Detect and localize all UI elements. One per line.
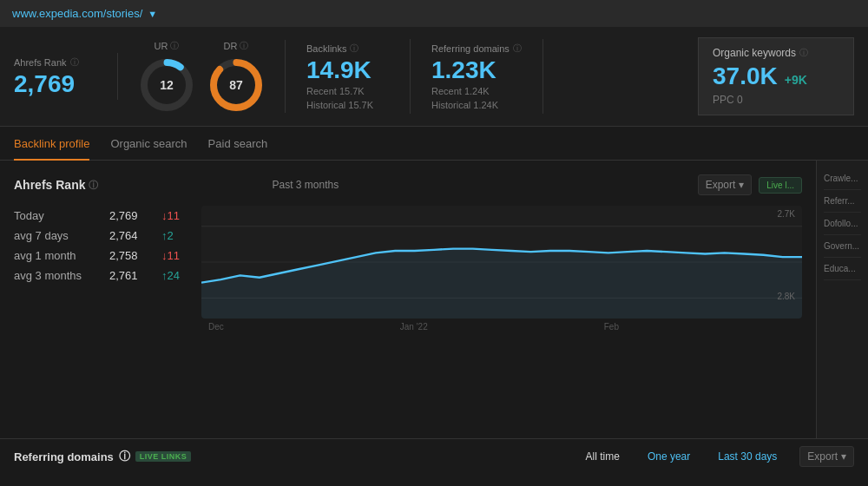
referring-domains-value: 1.23K [431,58,522,82]
rank-section-title: Ahrefs Rank ⓘ [14,178,98,192]
ahrefs-rank-block: Ahrefs Rank ⓘ 2,769 [14,53,118,100]
chart-container: 2.7K 2.8K Dec Jan '22 [201,206,802,332]
referring-sub1: Recent 1.24K [431,86,522,96]
table-row: avg 7 days 2,764 ↑2 [14,226,187,246]
right-panel-crawle: Crawle... [824,167,861,190]
ahrefs-rank-info-icon[interactable]: ⓘ [70,56,79,69]
rank-title-info-icon[interactable]: ⓘ [89,179,98,192]
url-dropdown-icon[interactable]: ▼ [148,9,157,19]
referring-domains-title-info[interactable]: ⓘ [119,449,130,464]
bottom-export-button[interactable]: Export ▾ [799,446,854,467]
referring-domains-label: Referring domains ⓘ [431,43,522,55]
svg-text:12: 12 [160,78,174,92]
backlinks-value: 14.9K [306,58,389,82]
referring-domains-info-icon[interactable]: ⓘ [513,43,522,55]
url-bar[interactable]: www.expedia.com/stories/ ▼ [0,0,868,27]
right-panel-educa: Educa... [824,258,861,280]
backlinks-info-icon[interactable]: ⓘ [350,43,358,55]
organic-ppc: PPC 0 [713,94,839,106]
organic-keywords-info-icon[interactable]: ⓘ [799,47,808,59]
referring-sub2: Historical 1.24K [431,100,522,110]
rank-chart: 2.7K 2.8K [201,206,802,319]
svg-text:87: 87 [229,78,243,92]
chart-top-label: 2.7K [777,209,795,219]
tab-organic-search[interactable]: Organic search [110,127,187,161]
rank-section-header: Ahrefs Rank ⓘ Past 3 months Export ▾ Liv… [14,174,802,195]
organic-value-row: 37.0K +9K [713,62,839,90]
dr-label: DR ⓘ [224,40,249,52]
backlinks-sub1: Recent 15.7K [306,86,389,96]
right-panel-referr: Referr... [824,190,861,213]
export-button[interactable]: Export ▾ [698,174,753,195]
bottom-bar: Referring domains ⓘ LIVE LINKS All time … [0,438,868,474]
organic-keywords-block: Organic keywords ⓘ 37.0K +9K PPC 0 [698,37,854,115]
dr-gauge: DR ⓘ 87 [208,40,264,113]
tab-nav: Backlink profile Organic search Paid sea… [0,127,868,161]
tab-paid-search[interactable]: Paid search [208,127,268,161]
gauge-block: UR ⓘ 12 DR ⓘ 87 [139,40,286,113]
rank-stats-table: Today 2,769 ↓11 avg 7 days 2,764 ↑2 avg … [14,206,187,321]
backlinks-sub2: Historical 15.7K [306,100,389,110]
backlinks-label: Backlinks ⓘ [306,43,389,55]
time-last-30-days[interactable]: Last 30 days [713,447,782,466]
referring-domains-block: Referring domains ⓘ 1.23K Recent 1.24K H… [431,39,543,114]
table-row: avg 1 month 2,758 ↓11 [14,246,187,266]
ur-info-icon[interactable]: ⓘ [170,40,179,52]
period-label: Past 3 months [272,179,339,191]
rank-content: Today 2,769 ↓11 avg 7 days 2,764 ↑2 avg … [14,206,802,332]
table-row: avg 3 months 2,761 ↑24 [14,266,187,286]
table-row: Today 2,769 ↓11 [14,206,187,226]
chart-bottom-label: 2.8K [777,292,795,301]
right-panel-govern: Govern... [824,235,861,258]
ahrefs-rank-label: Ahrefs Rank ⓘ [14,56,96,69]
url-text: www.expedia.com/stories/ [12,7,142,20]
right-panel: Crawle... Referr... Dofollo... Govern...… [816,161,868,438]
organic-keywords-delta: +9K [785,73,807,87]
ur-gauge: UR ⓘ 12 [139,40,194,113]
dr-gauge-svg: 87 [208,57,264,113]
right-panel-dofollo: Dofollo... [824,213,861,235]
ur-gauge-svg: 12 [139,57,194,113]
export-chevron-icon: ▾ [739,179,744,191]
live-links-badge: LIVE LINKS [135,451,192,462]
tab-backlink-profile[interactable]: Backlink profile [14,127,89,161]
live-links-button[interactable]: Live l... [759,177,802,194]
main-layout: Ahrefs Rank ⓘ Past 3 months Export ▾ Liv… [0,161,868,438]
ur-label: UR ⓘ [155,40,180,52]
ahrefs-rank-value: 2,769 [14,72,96,96]
time-one-year[interactable]: One year [642,447,695,466]
bottom-export-chevron-icon: ▾ [841,450,846,463]
referring-domains-title: Referring domains ⓘ LIVE LINKS [14,449,191,464]
dr-info-icon[interactable]: ⓘ [240,40,248,52]
time-all-time[interactable]: All time [581,447,625,466]
stats-row: Ahrefs Rank ⓘ 2,769 UR ⓘ 12 DR ⓘ [0,27,868,127]
rank-chart-svg [201,206,802,319]
backlinks-block: Backlinks ⓘ 14.9K Recent 15.7K Historica… [306,39,411,114]
organic-keywords-label: Organic keywords ⓘ [713,47,839,59]
chart-x-labels: Dec Jan '22 Feb [201,319,802,332]
organic-keywords-value: 37.0K [713,62,778,90]
left-panel: Ahrefs Rank ⓘ Past 3 months Export ▾ Liv… [0,161,816,438]
